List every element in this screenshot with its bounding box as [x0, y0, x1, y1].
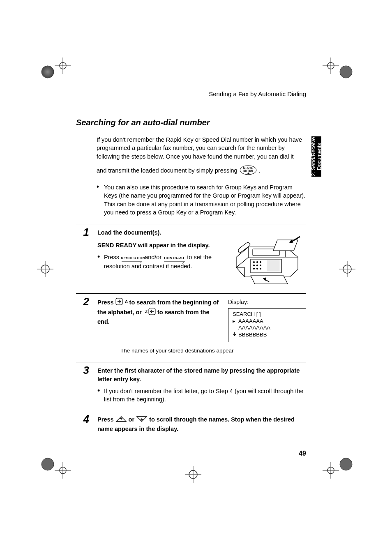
step4-seg-b: or	[129, 416, 136, 423]
step1-title: Load the document(s).	[97, 229, 161, 236]
page-number: 49	[76, 450, 306, 457]
pointer-right-icon: ▸	[233, 318, 235, 325]
display-line: SEARCH [ ]	[233, 311, 302, 318]
fax-machine-illustration	[228, 228, 302, 286]
svg-text:Z: Z	[145, 309, 148, 314]
display-box: SEARCH [ ] ▸ AAAAAAA AAAAAAAAA BBBBBBBB	[228, 308, 306, 343]
step2-caption: The names of your stored destinations ap…	[120, 347, 306, 355]
right-arrow-a-key-icon: A	[115, 298, 128, 308]
registration-mark	[183, 464, 203, 486]
intro-inline-row: and transmit the loaded document by simp…	[97, 165, 306, 177]
chapter-tab-label: 2. Send/Receive Documents	[311, 136, 323, 177]
svg-point-38	[260, 268, 261, 269]
registration-mark	[321, 53, 353, 88]
svg-point-37	[257, 268, 258, 269]
step-number: 3	[73, 364, 89, 377]
intro-block: If you don't remember the Rapid Key or S…	[97, 136, 306, 216]
display-line: ▸ AAAAAAA	[233, 318, 302, 325]
svg-point-31	[257, 262, 258, 263]
svg-point-0	[42, 66, 54, 78]
step-number: 4	[73, 413, 89, 426]
contrast-key-label: CONTRAST	[163, 256, 185, 260]
step2-text: Press A to search from the beginning of …	[97, 299, 219, 325]
registration-mark	[321, 450, 353, 484]
registration-mark	[40, 53, 73, 88]
svg-point-14	[42, 458, 54, 470]
display-label: Display:	[228, 298, 306, 306]
svg-text:A: A	[125, 299, 128, 304]
down-arrow-key-icon	[136, 416, 148, 425]
up-arrow-key-icon	[115, 416, 127, 425]
svg-point-35	[260, 265, 261, 266]
step2-seg-a: Press	[97, 299, 115, 306]
svg-point-32	[260, 262, 261, 263]
section-title: Searching for an auto-dial number	[76, 118, 306, 127]
svg-point-36	[254, 268, 255, 269]
running-header: Sending a Fax by Automatic Dialing	[76, 90, 306, 97]
intro-text-after: .	[259, 167, 261, 174]
intro-text-before: and transmit the loaded document by simp…	[97, 167, 239, 174]
svg-point-34	[257, 265, 258, 266]
svg-text:START/: START/	[243, 166, 253, 169]
step4-text: Press or to scroll through the names. St…	[97, 416, 295, 432]
intro-note: You can also use this procedure to searc…	[97, 183, 306, 216]
contrast-key-icon: CONTRAST	[163, 256, 185, 265]
svg-point-18	[340, 458, 352, 470]
left-arrow-z-key-icon: Z	[143, 308, 156, 318]
resolution-key-icon: RESOLUTION	[121, 256, 143, 265]
display-entry: BBBBBBBB	[238, 332, 267, 338]
step-number: 1	[73, 226, 89, 239]
start-enter-key-icon: START/ ENTER ◈	[239, 165, 257, 177]
svg-text:◈: ◈	[247, 172, 249, 175]
display-line: BBBBBBBB	[233, 332, 302, 339]
display-line: AAAAAAAAA	[233, 325, 302, 332]
intro-paragraph: If you don't remember the Rapid Key or S…	[97, 136, 306, 161]
step1-subtitle: SEND READY will appear in the display.	[97, 242, 210, 249]
step1-bullet: Press RESOLUTION and/or CONTRAST to set …	[97, 253, 221, 270]
down-arrow-icon	[233, 332, 237, 339]
step1-press-label: Press	[104, 254, 121, 260]
step3-bullet: If you don't remember the first letter, …	[97, 387, 306, 404]
step1-mid-text: and/or	[145, 254, 163, 260]
svg-rect-39	[267, 260, 279, 271]
step-number: 2	[73, 295, 89, 308]
registration-mark	[40, 450, 73, 484]
chapter-tab: 2. Send/Receive Documents	[311, 136, 321, 177]
registration-mark	[337, 259, 357, 281]
svg-point-30	[254, 262, 255, 263]
svg-point-4	[340, 66, 352, 78]
step3-title: Enter the first character of the stored …	[97, 367, 300, 382]
resolution-key-label: RESOLUTION	[121, 256, 143, 260]
display-entry: AAAAAAA	[238, 318, 263, 324]
step4-seg-c: to scroll through the names. Stop when t…	[97, 416, 295, 432]
step4-seg-a: Press	[97, 416, 115, 423]
svg-point-33	[254, 265, 255, 266]
registration-mark	[35, 259, 55, 281]
